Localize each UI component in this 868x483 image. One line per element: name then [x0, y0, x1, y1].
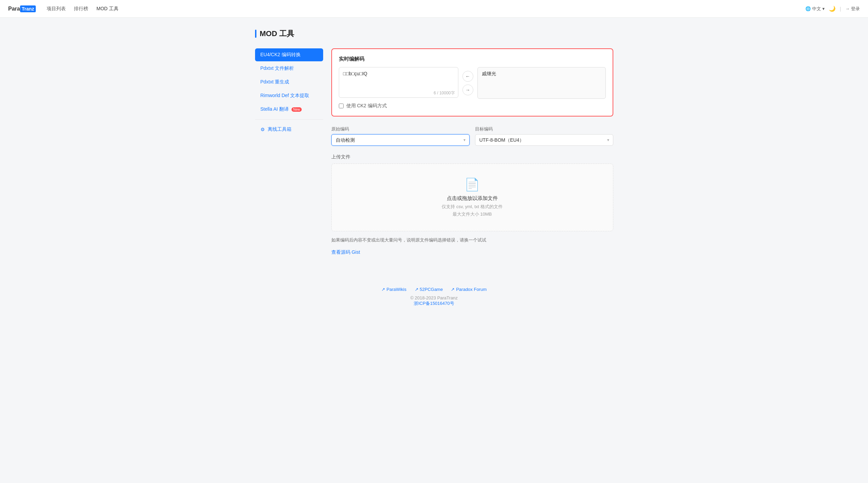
nav-link-projects[interactable]: 项目列表	[47, 6, 66, 11]
target-encoding-label: 目标编码	[475, 126, 613, 132]
nav-item-projects[interactable]: 项目列表	[47, 6, 66, 12]
moon-icon: 🌙	[829, 6, 836, 12]
footer-copyright: © 2018-2023 ParaTranz	[0, 295, 868, 300]
ck2-label: 使用 CK2 编码方式	[346, 103, 387, 109]
sidebar-item-pdxtxt-regen[interactable]: Pdxtxt 重生成	[255, 76, 323, 89]
target-encoding-select[interactable]: UTF-8-BOM（EU4）UTF-8GBKGB2312	[475, 134, 613, 146]
main-content: 实时编解码 6 / 10000字 ← → 戚继光	[331, 48, 613, 255]
login-button[interactable]: → 登录	[845, 6, 860, 12]
source-link[interactable]: 查看源码 Gist	[331, 249, 360, 255]
sidebar-item-pdxtxt-parse[interactable]: Pdxtxt 文件解析	[255, 62, 323, 75]
external-link-icon: ↗	[381, 287, 385, 292]
nav-link-ranking[interactable]: 排行榜	[74, 6, 88, 11]
footer: ↗ ParaWikis ↗ 52PCGame ↗ Paradox Forum ©…	[0, 276, 868, 313]
page-title-row: MOD 工具	[255, 29, 613, 39]
page-title-accent	[255, 30, 256, 38]
brand-para: Para	[8, 6, 20, 12]
realtime-title: 实时编解码	[339, 56, 606, 62]
upload-sub-text: 仅支持 csv, yml, txt 格式的文件	[338, 204, 606, 210]
navbar: ParaTranz 项目列表 排行榜 MOD 工具 🌐 中文 ▾ 🌙 | → 登…	[0, 0, 868, 18]
nav-item-ranking[interactable]: 排行榜	[74, 6, 88, 12]
footer-link-parawikis[interactable]: ↗ ParaWikis	[381, 287, 407, 292]
content-grid: EU4/CK2 编码转换 Pdxtxt 文件解析 Pdxtxt 重生成 Rimw…	[255, 48, 613, 255]
target-encoding-wrap: UTF-8-BOM（EU4）UTF-8GBKGB2312	[475, 134, 613, 146]
source-encoding-wrap: 自动检测UTF-8UTF-8-BOMGBKGB2312Big5	[331, 134, 470, 146]
icp-link[interactable]: 浙ICP备15016470号	[414, 301, 454, 306]
encode-row: 6 / 10000字 ← → 戚继光	[339, 67, 606, 99]
footer-icp: 浙ICP备15016470号	[0, 300, 868, 307]
arrow-left-button[interactable]: ←	[462, 71, 473, 82]
sidebar-item-stella-ai[interactable]: Stella AI 翻译 New	[255, 103, 323, 116]
navbar-divider: |	[840, 6, 841, 12]
brand-logo[interactable]: ParaTranz	[8, 5, 36, 12]
encode-arrows: ← →	[462, 67, 473, 99]
char-count: 6 / 10000字	[433, 90, 455, 96]
nav-item-modtools[interactable]: MOD 工具	[96, 6, 119, 12]
source-encoding-label: 原始编码	[331, 126, 470, 132]
main-container: MOD 工具 EU4/CK2 编码转换 Pdxtxt 文件解析 Pdxtxt 重…	[247, 18, 621, 276]
language-button[interactable]: 🌐 中文 ▾	[805, 6, 825, 12]
login-arrow-icon: →	[845, 6, 850, 11]
file-icon: 📄	[338, 177, 606, 192]
external-link-icon-3: ↗	[451, 287, 455, 292]
encode-input-wrap: 6 / 10000字	[339, 67, 458, 99]
footer-link-52pcgame[interactable]: ↗ 52PCGame	[415, 287, 443, 292]
sidebar-divider	[255, 119, 323, 120]
page-title: MOD 工具	[260, 29, 294, 39]
new-badge: New	[291, 107, 302, 112]
upload-size-text: 最大文件大小 10MB	[338, 211, 606, 217]
chevron-down-icon: ▾	[822, 6, 825, 11]
tools-icon: ⚙	[261, 127, 265, 132]
sidebar: EU4/CK2 编码转换 Pdxtxt 文件解析 Pdxtxt 重生成 Rimw…	[255, 48, 323, 136]
ck2-checkbox[interactable]	[339, 104, 344, 108]
source-encoding-group: 原始编码 自动检测UTF-8UTF-8-BOMGBKGB2312Big5	[331, 126, 470, 146]
offline-tools-label: 离线工具箱	[268, 126, 291, 133]
target-encoding-group: 目标编码 UTF-8-BOM（EU4）UTF-8GBKGB2312	[475, 126, 613, 146]
upload-section-label: 上传文件	[331, 154, 613, 160]
upload-area[interactable]: 📄 点击或拖放以添加文件 仅支持 csv, yml, txt 格式的文件 最大文…	[331, 163, 613, 231]
brand-tranz: Tranz	[20, 5, 36, 12]
footer-links: ↗ ParaWikis ↗ 52PCGame ↗ Paradox Forum	[0, 287, 868, 292]
encode-output: 戚继光	[477, 67, 606, 99]
navbar-links: 项目列表 排行榜 MOD 工具	[47, 6, 805, 12]
external-link-icon-2: ↗	[415, 287, 419, 292]
realtime-encode-box: 实时编解码 6 / 10000字 ← → 戚继光	[331, 48, 613, 116]
sidebar-item-offline-tools[interactable]: ⚙ 离线工具箱	[255, 123, 323, 136]
nav-link-modtools[interactable]: MOD 工具	[96, 6, 119, 11]
tip-text: 如果编码后内容不变或出现大量问号，说明原文件编码选择错误，请换一个试试	[331, 237, 613, 244]
theme-toggle-button[interactable]: 🌙	[829, 5, 836, 12]
footer-link-paradox[interactable]: ↗ Paradox Forum	[451, 287, 487, 292]
ck2-row: 使用 CK2 编码方式	[339, 103, 606, 109]
globe-icon: 🌐	[805, 6, 811, 11]
upload-main-text: 点击或拖放以添加文件	[338, 195, 606, 202]
encode-selects: 原始编码 自动检测UTF-8UTF-8-BOMGBKGB2312Big5 目标编…	[331, 126, 613, 146]
navbar-right: 🌐 中文 ▾ 🌙 | → 登录	[805, 5, 860, 12]
sidebar-item-rimworld-def[interactable]: Rimworld Def 文本提取	[255, 89, 323, 102]
source-encoding-select[interactable]: 自动检测UTF-8UTF-8-BOMGBKGB2312Big5	[331, 134, 470, 146]
arrow-right-button[interactable]: →	[462, 84, 473, 95]
login-label: 登录	[851, 6, 860, 12]
sidebar-item-eu4-ck2[interactable]: EU4/CK2 编码转换	[255, 48, 323, 61]
lang-label: 中文	[812, 6, 821, 12]
